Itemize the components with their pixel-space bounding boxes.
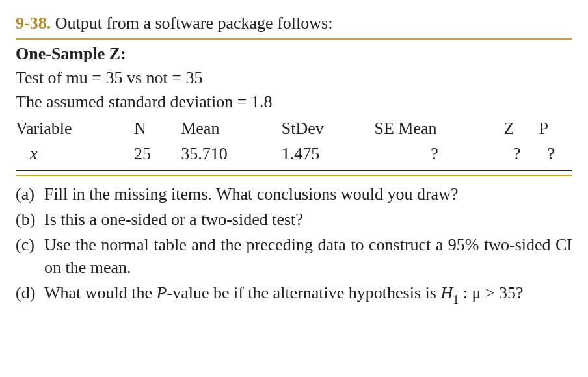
- col-stdev: StDev: [282, 116, 375, 141]
- cell-mean: 35.710: [181, 141, 282, 166]
- hyp-rest: : μ > 35?: [459, 283, 523, 302]
- cell-n: 25: [134, 141, 181, 166]
- hyp-H: H: [440, 283, 453, 302]
- question-b-label: (b): [16, 208, 44, 231]
- problem-intro: 9-38. Output from a software package fol…: [16, 12, 572, 34]
- col-mean: Mean: [181, 116, 282, 141]
- table-header-row: Variable N Mean StDev SE Mean Z P: [16, 116, 572, 141]
- question-d-prefix: What would the: [44, 283, 157, 302]
- cell-se-mean: ?: [375, 141, 504, 166]
- question-c: (c) Use the normal table and the precedi…: [16, 233, 572, 279]
- question-b: (b) Is this a one-sided or a two-sided t…: [16, 208, 572, 231]
- intro-text: Output from a software package follows:: [55, 14, 333, 32]
- cell-variable: x: [16, 141, 134, 166]
- question-d-middle: -value be if the alternative hypothesis …: [167, 283, 440, 302]
- cell-z: ?: [503, 141, 539, 166]
- output-title: One-Sample Z:: [16, 42, 572, 65]
- pvalue-P: P: [157, 283, 167, 302]
- col-se-mean: SE Mean: [375, 116, 504, 141]
- question-d: (d) What would the P-value be if the alt…: [16, 281, 572, 307]
- mid-black-rule: [16, 170, 572, 171]
- stats-table: Variable N Mean StDev SE Mean Z P x 25 3…: [16, 116, 572, 166]
- col-z: Z: [503, 116, 539, 141]
- cell-p: ?: [539, 141, 572, 166]
- question-c-text: Use the normal table and the preceding d…: [44, 233, 572, 279]
- questions-list: (a) Fill in the missing items. What conc…: [16, 183, 572, 307]
- question-d-text: What would the P-value be if the alterna…: [44, 281, 572, 307]
- question-c-label: (c): [16, 233, 44, 279]
- question-d-label: (d): [16, 281, 44, 307]
- question-a: (a) Fill in the missing items. What conc…: [16, 183, 572, 205]
- question-b-text: Is this a one-sided or a two-sided test?: [44, 208, 572, 231]
- top-gold-rule: [16, 38, 572, 40]
- col-variable: Variable: [16, 116, 134, 141]
- problem-number: 9-38.: [16, 14, 51, 32]
- hypothesis-line: Test of mu = 35 vs not = 35: [16, 66, 572, 89]
- table-row: x 25 35.710 1.475 ? ? ?: [16, 141, 572, 166]
- question-a-label: (a): [16, 183, 44, 205]
- hyp-sub: 1: [453, 293, 459, 306]
- col-p: P: [539, 116, 572, 141]
- bottom-gold-rule: [16, 175, 572, 176]
- assumed-sd-line: The assumed standard deviation = 1.8: [16, 90, 572, 113]
- cell-stdev: 1.475: [282, 141, 375, 166]
- col-n: N: [134, 116, 181, 141]
- question-a-text: Fill in the missing items. What conclusi…: [44, 183, 572, 205]
